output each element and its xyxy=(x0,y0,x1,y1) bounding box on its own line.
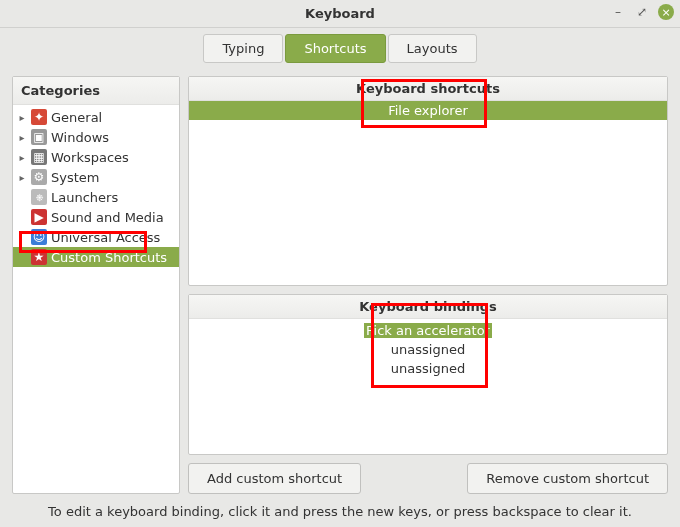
custom-icon: ★ xyxy=(31,249,47,265)
binding-row[interactable]: unassigned xyxy=(189,340,667,359)
remove-custom-shortcut-button[interactable]: Remove custom shortcut xyxy=(467,463,668,494)
tab-bar: Typing Shortcuts Layouts xyxy=(0,28,680,68)
category-label: Universal Access xyxy=(51,230,160,245)
keyboard-bindings-panel: Keyboard bindings Pick an accelerator un… xyxy=(188,294,668,455)
launchers-icon: ⎈ xyxy=(31,189,47,205)
expander-icon: ▸ xyxy=(17,132,27,143)
keyboard-settings-window: Keyboard – ⤢ × Typing Shortcuts Layouts … xyxy=(0,0,680,527)
general-icon: ✦ xyxy=(31,109,47,125)
sound-icon: ▶ xyxy=(31,209,47,225)
maximize-button[interactable]: ⤢ xyxy=(634,4,650,20)
expander-icon: ▸ xyxy=(17,112,27,123)
binding-label: unassigned xyxy=(391,342,465,357)
binding-row[interactable]: unassigned xyxy=(189,359,667,378)
tab-typing[interactable]: Typing xyxy=(203,34,283,63)
content-area: Categories ▸ ✦ General ▸ ▣ Windows ▸ ▦ W… xyxy=(0,68,680,498)
tab-shortcuts[interactable]: Shortcuts xyxy=(285,34,385,63)
right-column: Keyboard shortcuts File explorer Keyboar… xyxy=(188,76,668,494)
system-icon: ⚙ xyxy=(31,169,47,185)
category-label: Windows xyxy=(51,130,109,145)
binding-row-editing[interactable]: Pick an accelerator xyxy=(189,321,667,340)
category-workspaces[interactable]: ▸ ▦ Workspaces xyxy=(13,147,179,167)
button-row: Add custom shortcut Remove custom shortc… xyxy=(188,463,668,494)
categories-header: Categories xyxy=(13,77,179,105)
binding-label: Pick an accelerator xyxy=(364,323,492,338)
category-windows[interactable]: ▸ ▣ Windows xyxy=(13,127,179,147)
tab-layouts[interactable]: Layouts xyxy=(388,34,477,63)
minimize-button[interactable]: – xyxy=(610,4,626,20)
category-universal-access[interactable]: ☺ Universal Access xyxy=(13,227,179,247)
accessibility-icon: ☺ xyxy=(31,229,47,245)
categories-list: ▸ ✦ General ▸ ▣ Windows ▸ ▦ Workspaces ▸… xyxy=(13,105,179,269)
expander-icon: ▸ xyxy=(17,152,27,163)
windows-icon: ▣ xyxy=(31,129,47,145)
hint-text: To edit a keyboard binding, click it and… xyxy=(0,498,680,527)
shortcuts-panel-header: Keyboard shortcuts xyxy=(189,77,667,101)
bindings-list: Pick an accelerator unassigned unassigne… xyxy=(189,319,667,380)
shortcut-row-selected[interactable]: File explorer xyxy=(189,101,667,120)
category-label: Sound and Media xyxy=(51,210,164,225)
category-label: Workspaces xyxy=(51,150,129,165)
window-title: Keyboard xyxy=(305,6,375,21)
category-label: Custom Shortcuts xyxy=(51,250,167,265)
category-general[interactable]: ▸ ✦ General xyxy=(13,107,179,127)
categories-sidebar: Categories ▸ ✦ General ▸ ▣ Windows ▸ ▦ W… xyxy=(12,76,180,494)
category-label: System xyxy=(51,170,99,185)
expander-icon: ▸ xyxy=(17,172,27,183)
category-label: General xyxy=(51,110,102,125)
close-button[interactable]: × xyxy=(658,4,674,20)
category-system[interactable]: ▸ ⚙ System xyxy=(13,167,179,187)
add-custom-shortcut-button[interactable]: Add custom shortcut xyxy=(188,463,361,494)
category-label: Launchers xyxy=(51,190,118,205)
workspaces-icon: ▦ xyxy=(31,149,47,165)
category-custom-shortcuts[interactable]: ★ Custom Shortcuts xyxy=(13,247,179,267)
category-sound-media[interactable]: ▶ Sound and Media xyxy=(13,207,179,227)
category-launchers[interactable]: ⎈ Launchers xyxy=(13,187,179,207)
window-controls: – ⤢ × xyxy=(610,4,674,20)
bindings-panel-header: Keyboard bindings xyxy=(189,295,667,319)
titlebar: Keyboard – ⤢ × xyxy=(0,0,680,28)
keyboard-shortcuts-panel: Keyboard shortcuts File explorer xyxy=(188,76,668,286)
binding-label: unassigned xyxy=(391,361,465,376)
